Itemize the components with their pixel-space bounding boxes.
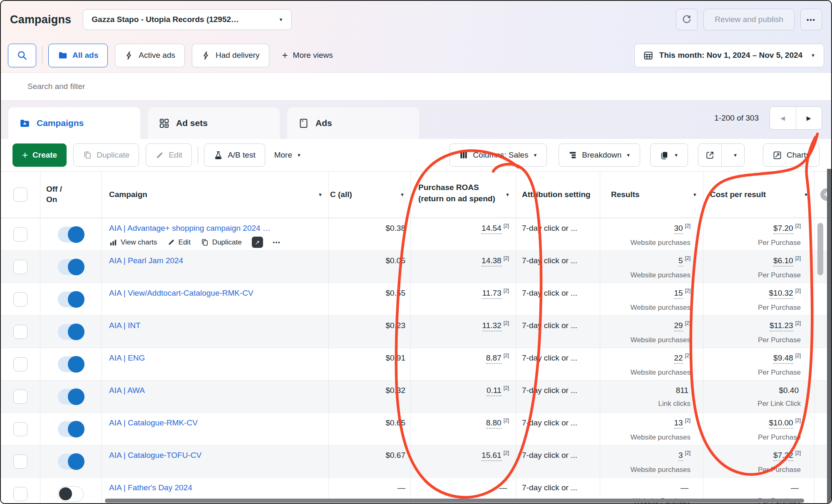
cost-value[interactable]: $6.10 [773, 256, 793, 267]
divider [198, 146, 198, 164]
row-checkbox[interactable] [13, 292, 27, 306]
review-and-publish-button[interactable]: Review and publish [703, 9, 795, 30]
create-button[interactable]: Create [12, 143, 67, 167]
row-checkbox[interactable] [13, 487, 27, 501]
roas-value[interactable]: 14.54 [482, 224, 502, 234]
roas-value[interactable]: 11.73 [482, 289, 502, 299]
col-header-results[interactable]: Results [600, 172, 703, 217]
campaign-link[interactable]: AIA | View/Addtocart-Catalogue-RMK-CV [109, 289, 253, 298]
export-button[interactable] [698, 144, 722, 166]
cost-value[interactable]: $7.20 [773, 224, 793, 234]
more-views-button[interactable]: More views [282, 50, 333, 61]
results-value[interactable]: 3 [678, 451, 683, 461]
vertical-scrollbar-thumb[interactable] [817, 223, 823, 275]
filter-all-ads[interactable]: All ads [48, 44, 108, 67]
cpc-value: $0.65 [385, 418, 405, 427]
duplicate-action[interactable]: Duplicate [201, 238, 242, 247]
tab-campaigns[interactable]: Campaigns [8, 107, 140, 139]
results-value[interactable]: 30 [674, 224, 683, 234]
row-checkbox[interactable] [13, 357, 27, 371]
search-button[interactable] [8, 44, 36, 67]
view-charts-action[interactable]: View charts [109, 238, 157, 247]
results-value[interactable]: 811 [676, 386, 688, 395]
duplicate-button[interactable]: Duplicate [73, 143, 139, 167]
roas-value[interactable]: 0.11 [487, 386, 502, 396]
export-options-button[interactable] [726, 144, 744, 166]
campaign-toggle[interactable] [58, 356, 84, 372]
open-in-new-icon[interactable] [252, 237, 263, 248]
cost-value[interactable]: $9.48 [773, 353, 793, 364]
results-value[interactable]: 29 [674, 321, 683, 331]
previous-page-button[interactable] [770, 107, 796, 129]
row-checkbox[interactable] [13, 260, 27, 274]
campaign-toggle[interactable] [58, 259, 84, 275]
cost-value[interactable]: $10.32 [769, 289, 793, 299]
campaign-link[interactable]: AIA | Catalogue-TOFU-CV [109, 451, 201, 460]
roas-value[interactable]: 11.32 [482, 321, 502, 331]
cost-value[interactable]: $0.40 [779, 386, 799, 395]
filter-active-ads[interactable]: Active ads [115, 44, 185, 67]
refresh-button[interactable] [676, 9, 698, 30]
select-all-checkbox[interactable] [13, 188, 27, 202]
next-page-button[interactable] [796, 107, 822, 129]
col-header-cpc[interactable]: C (all) [329, 172, 411, 217]
roas-value[interactable]: 8.80 [486, 418, 502, 429]
campaign-link[interactable]: AIA | Advantage+ shopping campaign 2024 … [109, 224, 271, 233]
campaign-toggle[interactable] [58, 292, 84, 307]
ads-manager-window: Campaigns Gazza Stapo - Utopia Records (… [0, 0, 832, 504]
campaign-link[interactable]: AIA | Catalogue-RMK-CV [109, 418, 198, 427]
tab-ads[interactable]: Ads [287, 107, 419, 139]
roas-value[interactable]: 15.61 [482, 451, 502, 461]
header-more-button[interactable]: ••• [800, 9, 822, 30]
campaign-toggle[interactable] [58, 227, 84, 242]
col-header-campaign[interactable]: Campaign [102, 172, 329, 217]
row-more-button[interactable]: ••• [273, 240, 281, 245]
campaign-link[interactable]: AIA | Pearl Jam 2024 [109, 256, 183, 265]
results-value[interactable]: 5 [678, 256, 683, 267]
ab-test-button[interactable]: A/B test [204, 143, 265, 167]
filter-had-delivery[interactable]: Had delivery [192, 44, 269, 67]
edit-button[interactable]: Edit [146, 143, 192, 167]
roas-value[interactable]: 8.87 [486, 353, 502, 364]
row-checkbox[interactable] [13, 227, 27, 242]
columns-button[interactable]: Columns: Sales [450, 143, 547, 167]
campaign-toggle[interactable] [58, 486, 84, 502]
roas-value[interactable]: 14.38 [482, 256, 502, 267]
account-selector[interactable]: Gazza Stapo - Utopia Records (12952… [83, 9, 292, 30]
date-range-selector[interactable]: This month: Nov 1, 2024 – Nov 5, 2024 [634, 44, 824, 67]
results-value[interactable]: 15 [674, 289, 683, 299]
campaign-link[interactable]: AIA | ENG [109, 353, 145, 363]
results-label: Website purchases [631, 336, 690, 344]
results-value[interactable]: 13 [674, 418, 683, 429]
reports-button[interactable] [650, 143, 688, 167]
cost-value[interactable]: $10.00 [769, 418, 793, 429]
edit-action[interactable]: Edit [167, 238, 191, 247]
roas-value[interactable]: — [499, 483, 507, 492]
col-header-off-on: Off /On [40, 172, 102, 217]
cost-value[interactable]: — [791, 483, 799, 492]
campaign-link[interactable]: AIA | Father's Day 2024 [109, 483, 192, 492]
campaign-toggle[interactable] [58, 454, 84, 469]
results-value[interactable]: 22 [674, 353, 683, 364]
campaign-toggle[interactable] [58, 389, 84, 405]
campaign-link[interactable]: AIA | INT [109, 321, 141, 330]
cost-value[interactable]: $7.32 [773, 451, 793, 461]
charts-button[interactable]: Charts [763, 143, 820, 167]
row-checkbox[interactable] [13, 325, 27, 339]
row-checkbox[interactable] [13, 455, 27, 469]
col-header-cost-per-result[interactable]: Cost per result [703, 172, 815, 217]
campaign-toggle[interactable] [58, 324, 84, 340]
search-and-filter-input[interactable]: Search and filter [1, 72, 831, 101]
campaign-toggle[interactable] [58, 421, 84, 437]
tab-ad-sets[interactable]: Ad sets [148, 107, 280, 139]
row-checkbox[interactable] [13, 390, 27, 404]
footnote-ref: [2] [795, 223, 801, 229]
col-header-purchase-roas[interactable]: Purchase ROAS (return on ad spend) [411, 172, 516, 217]
horizontal-scrollbar[interactable] [105, 499, 804, 503]
row-checkbox[interactable] [13, 422, 27, 436]
breakdown-button[interactable]: Breakdown [559, 143, 640, 167]
campaign-link[interactable]: AIA | AWA [109, 386, 145, 395]
cost-value[interactable]: $11.23 [770, 321, 793, 331]
results-value[interactable]: — [681, 483, 688, 492]
more-button[interactable]: More [265, 143, 310, 167]
